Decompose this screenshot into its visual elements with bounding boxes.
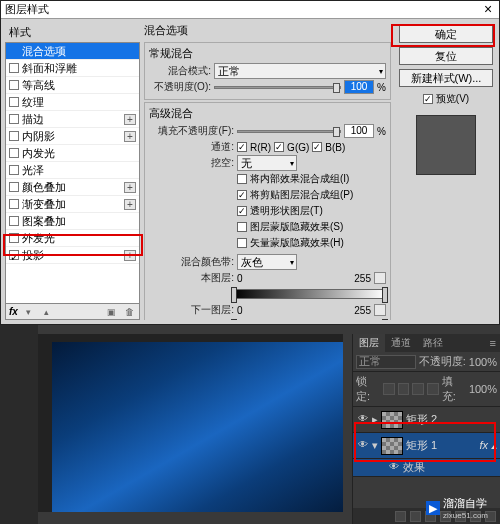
expand-icon[interactable]: ▸ [372,413,378,426]
opt3-label: 透明形状图层(T) [250,204,323,218]
style-checkbox[interactable] [9,148,19,158]
advanced-title: 高级混合 [149,106,386,121]
style-item-5[interactable]: 内阴影+ [6,128,139,145]
style-checkbox[interactable] [9,114,19,124]
close-button[interactable]: × [481,3,495,17]
opacity-slider[interactable] [214,86,341,89]
tab-layers[interactable]: 图层 [353,334,385,352]
visibility-icon[interactable]: 👁 [387,461,400,474]
add-effect-icon[interactable]: + [124,182,136,193]
canvas[interactable] [38,334,343,512]
channel-b-checkbox[interactable] [312,142,322,152]
style-checkbox[interactable] [9,97,19,107]
lock-position-icon[interactable] [412,383,424,395]
style-checkbox[interactable] [9,131,19,141]
style-item-4[interactable]: 描边+ [6,111,139,128]
fx-icon[interactable]: fx [9,306,18,317]
opacity-label: 不透明度(O): [149,80,211,94]
fill-value[interactable]: 100% [469,383,497,395]
opt5-label: 矢量蒙版隐藏效果(H) [250,236,344,250]
style-item-7[interactable]: 光泽 [6,162,139,179]
preview-checkbox[interactable] [423,94,433,104]
tab-channels[interactable]: 通道 [385,334,417,352]
opt2-checkbox[interactable] [237,190,247,200]
toolbox-strip [0,325,38,524]
style-item-12[interactable]: ✓投影+ [6,247,139,264]
style-checkbox[interactable] [9,63,19,73]
layer-opacity-value[interactable]: 100% [469,356,497,368]
expand-icon[interactable]: ▾ [372,439,378,452]
arrow-down-icon[interactable]: ▾ [22,306,36,317]
opt1-checkbox[interactable] [237,174,247,184]
style-item-2[interactable]: 等高线 [6,77,139,94]
style-item-1[interactable]: 斜面和浮雕 [6,60,139,77]
layer-thumbnail [381,411,403,429]
style-checkbox[interactable] [9,216,19,226]
link-layers-icon[interactable] [395,511,406,522]
channel-r-checkbox[interactable] [237,142,247,152]
style-checkbox[interactable] [9,182,19,192]
layer-row[interactable]: 👁▾矩形 1fx ▴ [353,433,500,459]
split-icon[interactable] [374,272,386,284]
fill-opacity-slider[interactable] [237,130,341,133]
knockout-label: 挖空: [149,156,234,170]
channel-g-checkbox[interactable] [274,142,284,152]
style-label: 颜色叠加 [22,180,66,195]
split-icon[interactable] [374,304,386,316]
add-icon[interactable]: ▣ [104,306,118,317]
this-layer-gradient[interactable] [233,289,386,299]
fx-icon[interactable] [410,511,421,522]
preview-label: 预览(V) [436,92,469,106]
lock-pixels-icon[interactable] [398,383,410,395]
cancel-button[interactable]: 复位 [399,47,493,65]
fill-opacity-input[interactable]: 100 [344,124,374,138]
effects-label: 效果 [403,460,425,475]
style-item-0[interactable]: 混合选项 [6,43,139,60]
general-blending-group: 常规混合 混合模式: 正常▾ 不透明度(O): 100 % [144,42,391,100]
layer-name: 矩形 2 [406,412,437,427]
style-item-6[interactable]: 内发光 [6,145,139,162]
trash-icon[interactable]: 🗑 [122,306,136,317]
opt3-checkbox[interactable] [237,206,247,216]
visibility-icon[interactable]: 👁 [356,413,369,426]
fill-label: 填充: [442,374,466,404]
ok-button[interactable]: 确定 [399,25,493,43]
add-effect-icon[interactable]: + [124,199,136,210]
style-item-11[interactable]: 外发光 [6,230,139,247]
style-item-3[interactable]: 纹理 [6,94,139,111]
style-item-8[interactable]: 颜色叠加+ [6,179,139,196]
effects-row[interactable]: 👁效果 [353,459,500,477]
blendif-select[interactable]: 灰色▾ [237,254,297,270]
new-style-button[interactable]: 新建样式(W)... [399,69,493,87]
panel-menu-icon[interactable]: ≡ [486,337,500,349]
style-label: 斜面和浮雕 [22,61,77,76]
opacity-input[interactable]: 100 [344,80,374,94]
lock-all-icon[interactable] [427,383,439,395]
blend-mode-label: 混合模式: [149,64,211,78]
style-item-10[interactable]: 图案叠加 [6,213,139,230]
layer-row[interactable]: 👁▸矩形 2 [353,407,500,433]
blend-mode-select[interactable]: 正常▾ [214,63,386,79]
add-effect-icon[interactable]: + [124,131,136,142]
style-checkbox[interactable] [9,165,19,175]
layer-style-dialog: 图层样式 × 样式 混合选项斜面和浮雕等高线纹理描边+内阴影+内发光光泽颜色叠加… [0,0,500,325]
knockout-select[interactable]: 无▾ [237,155,297,171]
visibility-icon[interactable]: 👁 [356,439,369,452]
fill-opacity-label: 填充不透明度(F): [149,124,234,138]
style-checkbox[interactable] [9,199,19,209]
add-effect-icon[interactable]: + [124,250,136,261]
style-checkbox[interactable] [9,233,19,243]
layer-list: 👁▸矩形 2👁▾矩形 1fx ▴👁效果 [353,407,500,508]
tab-paths[interactable]: 路径 [417,334,449,352]
style-checkbox[interactable]: ✓ [9,250,19,260]
arrow-up-icon[interactable]: ▴ [40,306,54,317]
opt5-checkbox[interactable] [237,238,247,248]
opt4-checkbox[interactable] [237,222,247,232]
lock-transparency-icon[interactable] [383,383,395,395]
fx-badge[interactable]: fx ▴ [479,439,497,452]
styles-column: 样式 混合选项斜面和浮雕等高线纹理描边+内阴影+内发光光泽颜色叠加+渐变叠加+图… [5,23,140,320]
layer-blend-mode-select[interactable]: 正常 [356,355,416,369]
style-checkbox[interactable] [9,80,19,90]
add-effect-icon[interactable]: + [124,114,136,125]
style-item-9[interactable]: 渐变叠加+ [6,196,139,213]
